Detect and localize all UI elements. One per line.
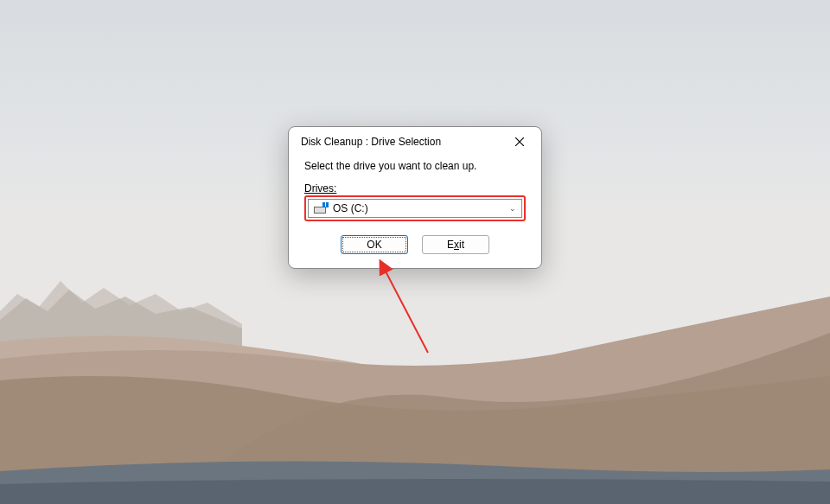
drive-icon — [314, 203, 328, 214]
close-button[interactable] — [507, 132, 533, 151]
selected-drive-value: OS (C:) — [333, 202, 509, 214]
close-icon — [515, 137, 524, 146]
dialog-buttons: OK Exit — [304, 235, 526, 254]
drives-label: Drives: — [304, 182, 526, 195]
annotation-highlight: OS (C:) ⌄ — [304, 195, 526, 221]
dialog-title: Disk Cleanup : Drive Selection — [301, 136, 441, 148]
ok-button[interactable]: OK — [341, 235, 408, 254]
chevron-down-icon: ⌄ — [509, 204, 516, 213]
instruction-text: Select the drive you want to clean up. — [304, 160, 526, 172]
dialog-titlebar: Disk Cleanup : Drive Selection — [289, 127, 541, 155]
exit-button[interactable]: Exit — [422, 235, 489, 254]
background-dunes — [0, 281, 830, 504]
drive-selector[interactable]: OS (C:) ⌄ — [308, 199, 522, 218]
dialog-body: Select the drive you want to clean up. D… — [289, 155, 541, 268]
disk-cleanup-dialog: Disk Cleanup : Drive Selection Select th… — [288, 126, 542, 269]
